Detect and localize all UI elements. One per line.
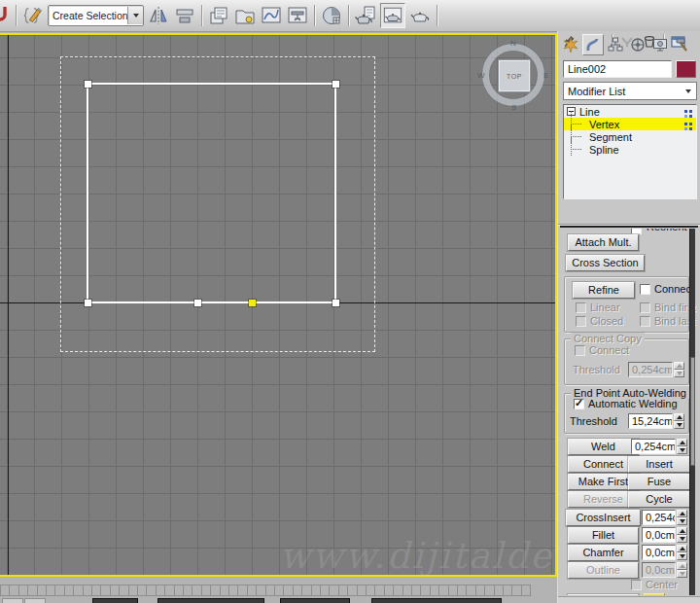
compass-north: N	[510, 39, 516, 48]
fuse-button[interactable]: Fuse	[628, 474, 690, 490]
spline-shape[interactable]	[87, 83, 336, 303]
chamfer-value-field[interactable]: 0,0cm	[642, 545, 676, 560]
object-name-field[interactable]: Line002	[563, 60, 672, 78]
connect-checkbox[interactable]	[640, 284, 650, 295]
cross-insert-button[interactable]: CrossInsert	[566, 510, 641, 526]
vertex-handle[interactable]	[85, 300, 91, 306]
center-checkbox[interactable]	[631, 580, 642, 590]
refine-group: Refine Connect Linear Bind first Closed …	[564, 276, 689, 333]
viewport-top[interactable]: N W E S TOP www.dijitalde	[0, 33, 557, 577]
vertex-handle[interactable]	[332, 300, 339, 306]
named-selection-sets-icon[interactable]	[21, 4, 45, 27]
tab-hierarchy[interactable]	[605, 34, 626, 55]
stack-row-segment[interactable]: Segment	[564, 130, 696, 143]
weld-value-field[interactable]: 0,254cm	[631, 439, 676, 454]
modifier-list-dropdown[interactable]: Modifier List	[563, 82, 697, 100]
automatic-welding-checkbox[interactable]	[574, 399, 584, 409]
stack-row-line[interactable]: Line	[564, 105, 696, 118]
connect-copy-threshold-field[interactable]: 0,254cm	[628, 362, 673, 377]
scrollbar-thumb[interactable]	[690, 357, 695, 466]
status-field	[371, 598, 502, 603]
stack-item-label: Segment	[589, 131, 632, 143]
vertex-handle-selected[interactable]	[249, 300, 256, 306]
rendered-frame-window-icon[interactable]	[380, 3, 405, 28]
bind-last-checkbox[interactable]	[640, 316, 650, 327]
spinner[interactable]	[677, 439, 687, 454]
tree-branch	[570, 130, 585, 143]
tab-modify[interactable]	[582, 34, 604, 55]
stack-row-spline[interactable]: Spline	[564, 143, 696, 156]
vertex-handle[interactable]	[85, 81, 91, 88]
schematic-view-icon[interactable]	[286, 4, 309, 27]
connect-copy-checkbox[interactable]	[575, 345, 585, 356]
cross-insert-value-field[interactable]: 0,254cm	[642, 510, 676, 525]
connect-copy-group: Connect Copy Connect Threshold 0,254cm	[564, 338, 689, 385]
weld-threshold-field[interactable]: 15,24cm	[628, 413, 673, 429]
selection-set-combo[interactable]: Create Selection Se	[48, 5, 144, 26]
viewcube[interactable]: N W E S TOP	[481, 43, 547, 109]
spinner[interactable]	[677, 510, 687, 525]
cross-section-button[interactable]: Cross Section	[566, 255, 645, 271]
spinner[interactable]	[674, 362, 684, 377]
boolean-union-radio[interactable]	[644, 593, 665, 595]
viewport-canvas[interactable]: N W E S TOP www.dijitalde	[0, 35, 555, 575]
attach-mult-button[interactable]: Attach Mult.	[568, 234, 639, 251]
spinner[interactable]	[677, 527, 687, 543]
fillet-button[interactable]: Fillet	[568, 527, 639, 544]
closed-label: Closed	[590, 315, 623, 327]
outline-value-field[interactable]: 0,0cm	[642, 562, 676, 578]
align-icon[interactable]	[173, 4, 196, 27]
status-field	[280, 598, 350, 603]
refine-button[interactable]: Refine	[573, 282, 635, 299]
geometry-rollout: Reorient Attach Mult. Cross Section Refi…	[558, 229, 700, 595]
cycle-button[interactable]: Cycle	[628, 491, 690, 508]
spinner[interactable]	[677, 562, 687, 578]
bind-first-checkbox[interactable]	[640, 302, 650, 313]
status-button[interactable]	[2, 598, 23, 603]
track-bar[interactable]	[0, 585, 531, 596]
spinner[interactable]	[674, 413, 684, 429]
rollout-scrollbar[interactable]	[689, 229, 695, 595]
vertex-handle[interactable]	[194, 300, 201, 306]
snap-magnet-icon[interactable]	[0, 4, 11, 27]
object-color-swatch[interactable]	[676, 60, 696, 78]
selection-set-dropdown-button[interactable]	[127, 7, 143, 24]
stack-item-label: Spline	[589, 144, 619, 156]
closed-checkbox[interactable]	[576, 316, 586, 327]
panel-bottom-strip	[558, 596, 700, 603]
chevron-down-icon	[681, 89, 696, 93]
layer-manager-icon[interactable]	[207, 4, 230, 27]
tab-display[interactable]	[649, 34, 671, 55]
tab-motion[interactable]	[627, 34, 648, 55]
spinner[interactable]	[677, 545, 687, 560]
render-production-icon[interactable]	[408, 4, 432, 27]
scene-explorer-icon[interactable]	[233, 4, 257, 27]
tab-create[interactable]	[560, 34, 581, 55]
weld-button[interactable]: Weld	[568, 439, 639, 455]
command-panel: Line002 Modifier List Line Vertex Segmen…	[557, 31, 700, 603]
center-label: Center	[646, 579, 678, 590]
boolean-button[interactable]	[568, 594, 639, 595]
mirror-icon[interactable]	[147, 4, 170, 27]
tree-branch	[570, 143, 585, 156]
material-editor-icon[interactable]	[320, 4, 343, 27]
chamfer-button[interactable]: Chamfer	[568, 545, 639, 561]
modifier-list-label: Modifier List	[564, 86, 681, 97]
tab-utilities[interactable]	[672, 34, 693, 55]
threshold-label: Threshold	[570, 415, 617, 427]
stack-item-label: Vertex	[589, 119, 619, 130]
render-setup-icon[interactable]	[354, 4, 377, 27]
fillet-value-field[interactable]: 0,0cm	[642, 527, 676, 543]
curve-editor-icon[interactable]	[260, 4, 283, 27]
connect-copy-label: Connect	[589, 344, 629, 356]
vertex-handle[interactable]	[332, 81, 339, 88]
stack-row-vertex[interactable]: Vertex	[564, 118, 696, 130]
viewcube-top-face[interactable]: TOP	[499, 60, 530, 91]
chevron-down-icon	[133, 14, 139, 18]
subobject-dots-icon	[684, 123, 687, 125]
linear-checkbox[interactable]	[576, 302, 586, 313]
insert-button[interactable]: Insert	[628, 456, 690, 473]
status-button[interactable]	[24, 598, 46, 603]
auto-weld-group: End Point Auto-Welding Automatic Welding…	[564, 393, 689, 434]
outline-button[interactable]: Outline	[568, 562, 639, 579]
